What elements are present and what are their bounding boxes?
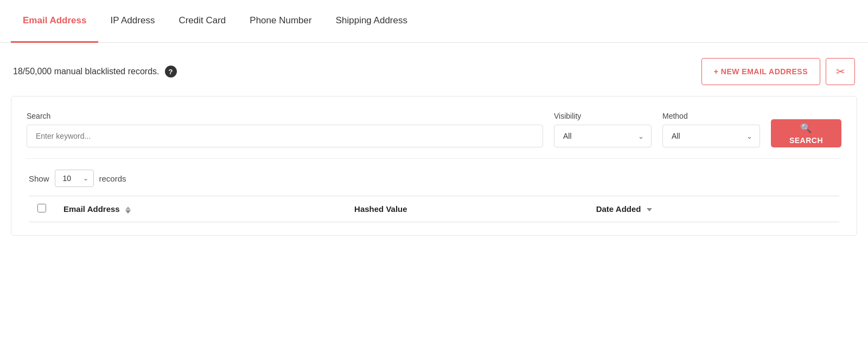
tab-credit-card[interactable]: Credit Card [167, 0, 238, 43]
tools-button[interactable]: ✂ [826, 58, 855, 85]
tab-email-address[interactable]: Email Address [11, 0, 98, 43]
records-controls: Show 10 25 50 100 ⌄ records [27, 170, 841, 196]
search-row: Search Visibility All Visible Hidden ⌄ M… [27, 112, 841, 147]
method-label: Method [662, 112, 760, 120]
blacklist-table: Email Address Hashed Value Date Added [29, 196, 839, 222]
show-select-wrapper: 10 25 50 100 ⌄ [55, 170, 94, 187]
date-sort-down-icon [647, 208, 652, 211]
th-checkbox [29, 196, 55, 222]
tab-ip-address[interactable]: IP Address [98, 0, 167, 43]
visibility-select[interactable]: All Visible Hidden [554, 125, 652, 147]
sort-down-icon [125, 210, 131, 214]
th-date-added-label: Date Added [596, 204, 641, 214]
search-panel: Search Visibility All Visible Hidden ⌄ M… [11, 96, 857, 236]
visibility-label: Visibility [554, 112, 652, 120]
help-icon[interactable]: ? [165, 66, 177, 78]
records-count-text: 18/50,000 manual blacklisted records. [13, 67, 159, 76]
th-email-address: Email Address [55, 196, 346, 222]
panel-divider [27, 158, 841, 159]
table-wrapper: Email Address Hashed Value Date Added [27, 196, 841, 222]
method-dropdown-wrapper: All Manual Automatic ⌄ [662, 125, 760, 147]
th-date-added: Date Added [588, 196, 839, 222]
info-bar: 18/50,000 manual blacklisted records. ? … [0, 43, 868, 96]
th-email-address-label: Email Address [63, 204, 120, 214]
table-head: Email Address Hashed Value Date Added [29, 196, 839, 222]
search-label: Search [27, 112, 543, 120]
method-select[interactable]: All Manual Automatic [662, 125, 760, 147]
tabs-bar: Email Address IP Address Credit Card Pho… [0, 0, 868, 43]
email-sort-icon[interactable] [125, 206, 131, 214]
th-hashed-value-label: Hashed Value [354, 204, 407, 214]
records-label: records [99, 174, 126, 183]
records-info: 18/50,000 manual blacklisted records. ? [13, 66, 177, 78]
show-per-page-select[interactable]: 10 25 50 100 [55, 170, 94, 187]
tab-shipping-address[interactable]: Shipping Address [324, 0, 419, 43]
search-input[interactable] [27, 125, 543, 147]
select-all-checkbox[interactable] [37, 204, 46, 212]
page-wrapper: Email Address IP Address Credit Card Pho… [0, 0, 868, 355]
visibility-field: Visibility All Visible Hidden ⌄ [554, 112, 652, 147]
new-email-button[interactable]: + NEW EMAIL ADDRESS [701, 58, 820, 85]
table-header-row: Email Address Hashed Value Date Added [29, 196, 839, 222]
show-label: Show [29, 174, 49, 183]
method-field: Method All Manual Automatic ⌄ [662, 112, 760, 147]
visibility-dropdown-wrapper: All Visible Hidden ⌄ [554, 125, 652, 147]
search-button[interactable]: 🔍 SEARCH [771, 119, 841, 147]
search-button-label: SEARCH [789, 136, 823, 145]
tab-phone-number[interactable]: Phone Number [238, 0, 323, 43]
search-icon: 🔍 [800, 122, 812, 134]
action-buttons: + NEW EMAIL ADDRESS ✂ [701, 58, 855, 85]
search-field: Search [27, 112, 543, 147]
th-hashed-value: Hashed Value [346, 196, 588, 222]
date-sort-icon[interactable] [647, 208, 652, 211]
sort-up-icon [125, 206, 131, 210]
